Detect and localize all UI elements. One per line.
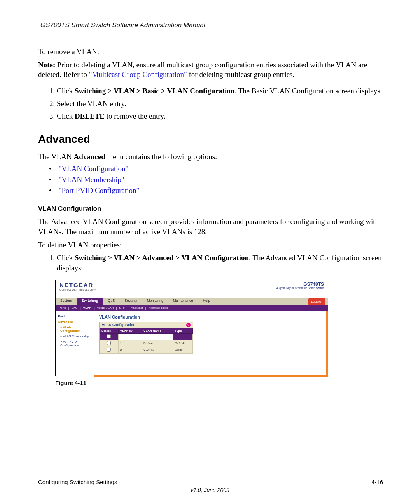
device-model: GS748TS xyxy=(276,282,324,287)
subtab-ports[interactable]: Ports xyxy=(59,306,66,310)
main-tabs: System Switching QoS Security Monitoring… xyxy=(56,298,328,305)
row-checkbox[interactable] xyxy=(107,348,111,352)
vlan-id-input[interactable] xyxy=(118,333,142,340)
subtab-lag[interactable]: LAG xyxy=(72,306,78,310)
define-vlan-steps: Click Switching > VLAN > Advanced > VLAN… xyxy=(38,253,383,273)
subtab-multicast[interactable]: Multicast xyxy=(131,306,143,310)
panel-page-title: VLAN Configuration xyxy=(99,315,322,319)
tab-maintenance[interactable]: Maintenance xyxy=(168,298,198,305)
table-row: 2 VLAN 2 Static xyxy=(100,346,193,353)
tab-qos[interactable]: QoS xyxy=(103,298,120,305)
remove-vlan-steps: Click Switching > VLAN > Basic > VLAN Co… xyxy=(38,86,383,121)
intro-line: To remove a VLAN: xyxy=(38,47,383,57)
note-paragraph: Note: Prior to deleting a VLAN, ensure a… xyxy=(38,60,383,80)
col-vlan-name: VLAN Name xyxy=(142,328,173,333)
subtab-voice-vlan[interactable]: Voice VLAN xyxy=(97,306,114,310)
table-row: 1 Default Default xyxy=(100,340,193,346)
netgear-logo: NETGEAR xyxy=(60,282,96,288)
tab-switching[interactable]: Switching xyxy=(77,298,103,305)
table-input-row xyxy=(100,333,193,340)
advanced-bullets: "VLAN Configuration" "VLAN Membership" "… xyxy=(38,164,383,195)
main-panel: VLAN Configuration VLAN Configuration ? … xyxy=(94,311,328,377)
note-text-2: for deleting multicast group entries. xyxy=(187,70,294,79)
step-2: Select the VLAN entry. xyxy=(57,99,383,109)
vlan-name-input[interactable] xyxy=(142,333,173,340)
device-model-sub: 48-port Gigabit Stackable Smart Switch xyxy=(276,287,324,289)
col-vlan-id: VLAN ID xyxy=(118,328,142,333)
side-basic[interactable]: Basic xyxy=(58,315,91,318)
panel-help-icon[interactable]: ? xyxy=(186,323,191,327)
subtab-stp[interactable]: STP xyxy=(119,306,125,310)
define-step-1: Click Switching > VLAN > Advanced > VLAN… xyxy=(57,253,383,273)
advanced-intro: The VLAN Advanced menu contains the foll… xyxy=(38,152,383,162)
vlan-config-subhead: VLAN Configuration xyxy=(38,205,383,213)
side-advanced[interactable]: Advanced xyxy=(58,320,91,324)
port-pvid-link[interactable]: "Port PVID Configuration" xyxy=(59,186,140,194)
step-3: Click DELETE to remove the entry. xyxy=(57,111,383,121)
tab-system[interactable]: System xyxy=(56,298,77,305)
col-select: Select xyxy=(100,328,119,333)
footer-left: Configuring Switching Settings xyxy=(38,479,117,485)
subtab-vlan[interactable]: VLAN xyxy=(83,306,92,310)
page-header: GS700TS Smart Switch Software Administra… xyxy=(38,21,383,33)
define-props-intro: To define VLAN properties: xyxy=(38,240,383,250)
page-footer: Configuring Switching Settings 4-16 xyxy=(38,476,383,485)
row-checkbox[interactable] xyxy=(107,341,111,345)
multicast-group-link[interactable]: "Multicast Group Configuration" xyxy=(89,70,187,79)
side-vlan-config[interactable]: » VLAN Configuration xyxy=(60,326,91,332)
subtab-address-table[interactable]: Address Table xyxy=(149,306,168,310)
advanced-heading: Advanced xyxy=(38,133,383,145)
tab-security[interactable]: Security xyxy=(120,298,143,305)
version-line: v1.0, June 2009 xyxy=(0,487,420,493)
panel-title: VLAN Configuration xyxy=(102,323,135,327)
step-1: Click Switching > VLAN > Basic > VLAN Co… xyxy=(57,86,383,96)
select-all-checkbox[interactable] xyxy=(107,334,111,338)
col-type: Type xyxy=(173,328,192,333)
vlan-membership-link[interactable]: "VLAN Membership" xyxy=(59,175,124,184)
vlan-config-link[interactable]: "VLAN Configuration" xyxy=(59,164,129,173)
vlan-config-desc: The Advanced VLAN Configuration screen p… xyxy=(38,217,383,236)
figure-caption: Figure 4-11 xyxy=(55,380,383,386)
logout-button[interactable]: LOGOUT xyxy=(308,298,326,305)
side-port-pvid[interactable]: » Port PVID Configuration xyxy=(60,340,91,347)
vlan-config-screenshot: NETGEAR Connect with Innovation™ GS748TS… xyxy=(55,280,328,376)
logo-tagline: Connect with Innovation™ xyxy=(60,288,96,291)
note-label: Note: xyxy=(38,61,55,69)
vlan-table: Select VLAN ID VLAN Name Type xyxy=(100,328,193,354)
tab-monitoring[interactable]: Monitoring xyxy=(142,298,168,305)
side-nav: Basic Advanced » VLAN Configuration » VL… xyxy=(56,311,94,377)
sub-tabs: Ports| LAG| VLAN| Voice VLAN| STP| Multi… xyxy=(56,305,328,311)
side-vlan-membership[interactable]: » VLAN Membership xyxy=(60,334,91,338)
footer-right: 4-16 xyxy=(371,479,383,485)
tab-help[interactable]: Help xyxy=(198,298,215,305)
